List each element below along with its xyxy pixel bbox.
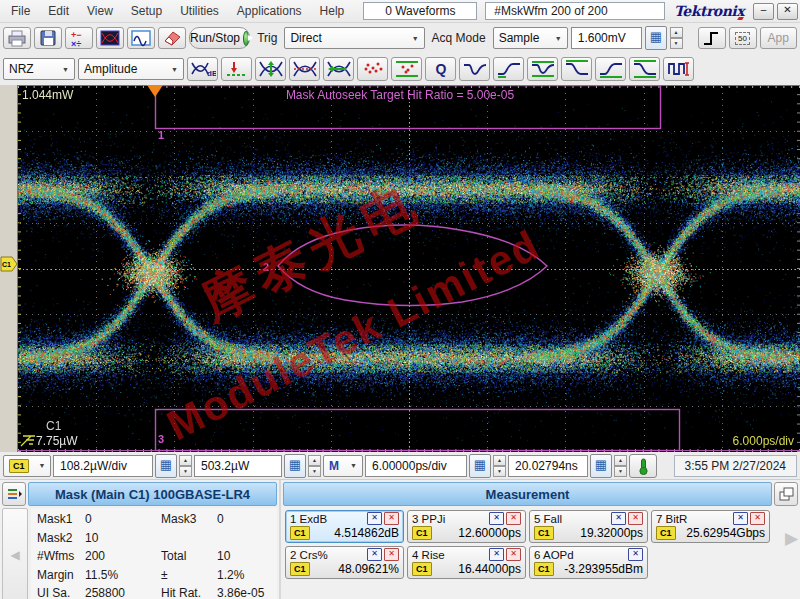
run-stop-button[interactable]: Run/Stop <box>189 27 250 49</box>
measurement-box-crs[interactable]: 2 Crs% C148.09621% <box>285 546 404 579</box>
measure-category-select[interactable]: Amplitude <box>78 58 184 80</box>
fall-step-button[interactable] <box>561 57 592 81</box>
menu-file[interactable]: File <box>2 4 39 18</box>
rise-step-button[interactable] <box>493 57 524 81</box>
mask-hits-icon[interactable] <box>384 548 399 561</box>
spin-down-icon[interactable] <box>493 466 506 477</box>
app-button[interactable]: App <box>760 27 798 49</box>
keypad-icon[interactable] <box>284 454 306 478</box>
minimize-button[interactable]: – <box>753 3 774 20</box>
mask-test-button[interactable] <box>96 27 124 49</box>
close-button[interactable]: ✕ <box>777 3 798 20</box>
keypad-icon[interactable] <box>155 454 177 478</box>
eye-width-button[interactable] <box>323 57 354 81</box>
measurement-box-fall[interactable]: 5 Fall C119.32000ps <box>529 510 648 543</box>
mask-hits-icon[interactable] <box>506 512 521 525</box>
eye-width-icon <box>326 59 352 79</box>
fall-levels-button[interactable] <box>629 57 660 81</box>
keypad-icon[interactable] <box>645 26 667 50</box>
rise-curve-button[interactable] <box>595 57 626 81</box>
spin-up-icon[interactable] <box>179 455 192 466</box>
popout-button[interactable] <box>774 482 798 506</box>
horizontal-position-stepper[interactable] <box>614 455 627 477</box>
edge-trigger-button[interactable] <box>698 27 726 49</box>
fall-levels-icon <box>632 59 658 79</box>
mask-hits-icon[interactable] <box>628 512 643 525</box>
menu-edit[interactable]: Edit <box>39 4 78 18</box>
eye-diagram-icon[interactable] <box>367 512 382 525</box>
collapse-left-button[interactable] <box>2 508 28 599</box>
bit-sequence-button[interactable] <box>663 57 694 81</box>
temperature-button[interactable] <box>629 454 657 478</box>
trigger-level-stepper[interactable] <box>670 27 683 49</box>
print-button[interactable] <box>3 27 31 49</box>
spin-up-icon[interactable] <box>614 455 627 466</box>
scroll-right-button[interactable] <box>785 528 798 549</box>
eye-diagram-icon[interactable] <box>628 548 643 561</box>
keypad-icon[interactable] <box>469 454 491 478</box>
stat-label: Margin <box>37 568 85 582</box>
eye-diagram-icon[interactable] <box>367 548 382 561</box>
trigger-source-select[interactable]: Direct <box>284 27 424 49</box>
coding-select[interactable]: NRZ <box>3 58 75 80</box>
eraser-button[interactable] <box>158 27 186 49</box>
measurement-box-ppji[interactable]: 3 PPJi C112.60000ps <box>407 510 526 543</box>
keypad-icon[interactable] <box>590 454 612 478</box>
horizontal-scale-stepper[interactable] <box>493 455 506 477</box>
save-button[interactable] <box>34 27 62 49</box>
mask-hits-button[interactable] <box>357 57 388 81</box>
measurement-box-exdb[interactable]: 1 ExdB C14.514862dB <box>285 510 404 543</box>
measurement-box-rise[interactable]: 4 Rise C116.44000ps <box>407 546 526 579</box>
jitter-dm-button[interactable] <box>221 57 252 81</box>
spin-down-icon[interactable] <box>308 466 321 477</box>
spin-down-icon[interactable] <box>670 38 683 49</box>
spin-down-icon[interactable] <box>614 466 627 477</box>
acq-mode-select[interactable]: Sample <box>493 27 568 49</box>
horizontal-scale-field[interactable]: 6.00000ps/div <box>365 455 467 477</box>
menu-applications[interactable]: Applications <box>228 4 311 18</box>
mask-test-icon <box>98 28 122 48</box>
dip-levels-button[interactable] <box>527 57 558 81</box>
edge-trigger-icon <box>701 29 723 47</box>
stat-value: 258800 <box>85 586 161 599</box>
vertical-offset-field[interactable]: 503.2µW <box>194 455 282 477</box>
stat-value: 1.2% <box>217 568 277 582</box>
spin-up-icon[interactable] <box>670 27 683 38</box>
spin-down-icon[interactable] <box>179 466 192 477</box>
crossing-button[interactable] <box>289 57 320 81</box>
menu-help[interactable]: Help <box>311 4 354 18</box>
vertical-offset-stepper[interactable] <box>308 455 321 477</box>
eye-db-button[interactable]: dB <box>187 57 218 81</box>
eye-diagram-icon[interactable] <box>611 512 626 525</box>
vertical-scale-field[interactable]: 108.2µW/div <box>53 455 153 477</box>
mask-setup-button[interactable] <box>2 482 26 506</box>
timebase-select[interactable]: M <box>323 455 363 477</box>
mask-hits-icon[interactable] <box>506 548 521 561</box>
menu-view[interactable]: View <box>78 4 122 18</box>
eye-height-button[interactable] <box>255 57 286 81</box>
mask-hits-icon[interactable] <box>384 512 399 525</box>
eye-diagram-icon[interactable] <box>733 512 748 525</box>
eye-diagram-icon[interactable] <box>489 548 504 561</box>
trigger-level-field[interactable]: 1.600mV <box>571 27 642 49</box>
measurement-box-aopd[interactable]: 6 AOPd C1-3.293955dBm <box>529 546 648 579</box>
spin-up-icon[interactable] <box>493 455 506 466</box>
q-factor-button[interactable]: Q <box>425 57 456 81</box>
horizontal-position-field[interactable]: 20.02794ns <box>508 455 588 477</box>
vertical-scale-stepper[interactable] <box>179 455 192 477</box>
mask-hits-icon[interactable] <box>750 512 765 525</box>
mask-statistics: Mask10Mask30 Mask210 #Wfms200Total10 Mar… <box>31 508 277 599</box>
menu-utilities[interactable]: Utilities <box>171 4 228 18</box>
eye-diagram-icon[interactable] <box>489 512 504 525</box>
fall-overshoot-button[interactable] <box>459 57 490 81</box>
mask-region-3[interactable] <box>156 410 680 451</box>
measurement-box-bitr[interactable]: 7 BitR C125.62954Gbps <box>651 510 770 543</box>
math-button[interactable]: +−×÷ <box>65 27 93 49</box>
spin-up-icon[interactable] <box>308 455 321 466</box>
mask-region-2[interactable] <box>278 225 547 306</box>
fifty-percent-button[interactable]: 50 <box>729 27 757 49</box>
menu-setup[interactable]: Setup <box>122 4 171 18</box>
channel-select[interactable]: C1 <box>3 455 51 477</box>
mask-margin-button[interactable] <box>391 57 422 81</box>
autofit-waveform-button[interactable] <box>127 27 155 49</box>
